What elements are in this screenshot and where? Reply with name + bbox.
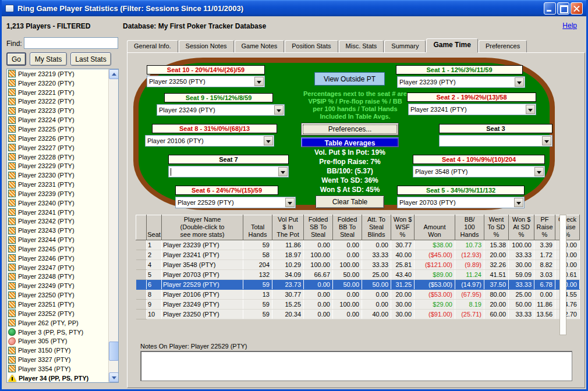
view-outside-pt-button[interactable]: View Outside PT <box>314 72 385 86</box>
player-name-cell[interactable]: Player 23239 (PTY) <box>162 240 243 250</box>
list-item[interactable]: Player 23252 (PTY) <box>7 309 108 318</box>
player-name-cell[interactable]: Player 23241 (PTY) <box>162 250 243 260</box>
my-stats-button[interactable]: My Stats <box>30 52 67 66</box>
player-list-scrollbar[interactable] <box>108 69 118 382</box>
player-name-cell[interactable]: Player 23249 (PTY) <box>162 300 243 310</box>
tab-general-info[interactable]: General Info. <box>127 40 178 52</box>
table-row[interactable]: 1Player 23239 (PTY)5911.860.000.000.0030… <box>136 240 580 250</box>
list-item[interactable]: Player 23226 (PTY) <box>7 134 108 143</box>
list-item[interactable]: Player 23231 (PTY) <box>7 180 108 189</box>
table-row[interactable]: 8Player 20106 (PTY)1330.770.000.000.0020… <box>136 290 580 300</box>
list-item[interactable]: Player 23244 (PTY) <box>7 235 108 244</box>
table-row[interactable]: 9Player 23249 (PTY)5915.250.00100.000.00… <box>136 300 580 310</box>
column-header-went-to-sd[interactable]: WentTo SD% <box>484 215 509 240</box>
close-button[interactable] <box>571 2 583 15</box>
title-bar[interactable]: Ring Game Player Statistics (Filter: Ses… <box>2 0 586 16</box>
dropdown-arrow-icon[interactable] <box>278 167 288 176</box>
player-name-cell[interactable]: Player 3548 (PTY) <box>162 260 243 270</box>
list-item[interactable]: Player 3327 (PTY) <box>7 355 108 364</box>
find-input[interactable] <box>24 37 118 49</box>
column-header-check-raise[interactable]: CheckRaise% <box>555 215 580 240</box>
list-item[interactable]: Player 23247 (PTY) <box>7 263 108 272</box>
list-item[interactable]: Player 3 (PP, PS, PTY) <box>7 328 108 337</box>
list-item[interactable]: Player 23224 (PTY) <box>7 115 108 125</box>
list-item[interactable]: Player 23248 (PTY) <box>7 272 108 282</box>
list-item[interactable]: Player 305 (PTY) <box>7 336 108 346</box>
column-header-att-to-steal-blinds[interactable]: Att. ToStealBlinds <box>362 215 391 240</box>
tab-session-notes[interactable]: Session Notes <box>179 40 234 52</box>
list-item[interactable]: Player 23229 (PTY) <box>7 161 108 170</box>
player-name-cell[interactable]: Player 20703 (PTY) <box>162 270 243 280</box>
seat-combo-s7[interactable] <box>168 166 289 177</box>
list-item[interactable]: Player 23227 (PTY) <box>7 143 108 152</box>
clear-table-button[interactable]: Clear Table <box>316 196 384 208</box>
notes-textarea[interactable] <box>140 351 572 381</box>
list-item[interactable]: Player 3354 (PTY) <box>7 364 108 374</box>
column-header-seat[interactable]: Seat <box>147 215 162 240</box>
list-item[interactable]: Player 3150 (PTY) <box>7 346 108 355</box>
seat-combo-s8[interactable]: Player 20106 (PTY) <box>145 135 274 147</box>
column-header-player-name-double-click-to-see-more-stats[interactable]: Player Name(Double-click tosee more stat… <box>162 215 243 240</box>
column-header-bb-100-hands[interactable]: BB/100Hands <box>455 215 484 240</box>
table-row[interactable]: 2Player 23241 (PTY)5818.97100.000.0033.3… <box>136 250 580 260</box>
list-item[interactable]: Player 23249 (PTY) <box>7 281 108 290</box>
list-item[interactable]: Player 23225 (PTY) <box>7 125 108 134</box>
tab-summary[interactable]: Summary <box>384 40 426 52</box>
list-item[interactable]: Player 23222 (PTY) <box>7 97 108 106</box>
list-item[interactable]: Player 23242 (PTY) <box>7 217 108 226</box>
scroll-down-icon[interactable] <box>109 372 119 382</box>
seat-combo-s6[interactable]: Player 22529 (PTY) <box>175 197 296 208</box>
list-item[interactable]: Player 23220 (PTY) <box>7 79 108 88</box>
maximize-button[interactable] <box>557 2 569 15</box>
dropdown-arrow-icon[interactable] <box>515 77 524 87</box>
help-link[interactable]: Help <box>562 22 577 30</box>
last-stats-button[interactable]: Last Stats <box>70 52 111 66</box>
list-item[interactable]: Player 23243 (PTY) <box>7 226 108 235</box>
seat-combo-s9[interactable]: Player 23249 (PTY) <box>157 104 285 116</box>
go-button[interactable]: Go <box>6 52 26 66</box>
tab-misc-stats[interactable]: Misc. Stats <box>339 40 384 52</box>
list-item[interactable]: Player 23241 (PTY) <box>7 208 108 217</box>
column-header-total-hands[interactable]: TotalHands <box>243 215 272 240</box>
column-header-won-at-sd[interactable]: Won $At SD% <box>509 215 534 240</box>
list-item[interactable]: Player 23219 (PTY) <box>7 69 108 79</box>
list-item[interactable]: Player 23230 (PTY) <box>7 170 108 180</box>
column-header-folded-bb-to-steal[interactable]: FoldedBB ToSteal <box>333 215 362 240</box>
column-header-vol-put-in-the-pot[interactable]: Vol Put$ InThe Pot <box>272 215 304 240</box>
tab-preferences[interactable]: Preferences <box>479 40 527 52</box>
column-header-amount-won[interactable]: AmountWon <box>415 215 455 240</box>
dropdown-arrow-icon[interactable] <box>542 136 551 145</box>
table-scrollbar-track[interactable] <box>559 215 566 335</box>
scroll-up-icon[interactable] <box>109 69 119 79</box>
tab-game-time[interactable]: Game Time <box>426 38 477 52</box>
list-item[interactable]: Player 23239 (PTY) <box>7 189 108 198</box>
minimize-button[interactable] <box>544 2 556 15</box>
seat-combo-s10[interactable]: Player 23250 (PTY) <box>147 76 265 87</box>
seat-combo-s5[interactable]: Player 20703 (PTY) <box>397 197 525 208</box>
player-name-cell[interactable]: Player 23250 (PTY) <box>162 310 243 319</box>
dropdown-arrow-icon[interactable] <box>274 105 284 115</box>
list-item[interactable]: Player 23223 (PTY) <box>7 106 108 115</box>
list-item[interactable]: Player 23228 (PTY) <box>7 152 108 162</box>
list-item[interactable]: Player 34 (PP, PS, PTY) <box>7 374 108 383</box>
preferences-button[interactable]: Preferences... <box>301 123 399 136</box>
table-row[interactable]: 6Player 22529 (PTY)5923.730.0050.0050.00… <box>136 280 580 290</box>
list-item[interactable]: Player 23250 (PTY) <box>7 290 108 300</box>
seat-combo-s4[interactable]: Player 3548 (PTY) <box>413 166 545 177</box>
list-item[interactable]: Player 23246 (PTY) <box>7 254 108 263</box>
dropdown-arrow-icon[interactable] <box>514 198 523 207</box>
dropdown-arrow-icon[interactable] <box>285 198 295 207</box>
dropdown-arrow-icon[interactable] <box>264 136 273 145</box>
player-name-cell[interactable]: Player 22529 (PTY) <box>162 280 243 290</box>
tab-game-notes[interactable]: Game Notes <box>235 40 285 52</box>
table-row[interactable]: 5Player 20703 (PTY)13234.0966.6750.0025.… <box>136 270 580 280</box>
list-item[interactable]: Player 23240 (PTY) <box>7 198 108 208</box>
list-item[interactable]: Player 23251 (PTY) <box>7 300 108 309</box>
player-name-cell[interactable]: Player 20106 (PTY) <box>162 290 243 300</box>
list-item[interactable]: Player 23221 (PTY) <box>7 88 108 97</box>
scrollbar-thumb[interactable] <box>109 342 119 361</box>
seat-combo-s3[interactable] <box>439 135 552 147</box>
list-item[interactable]: Player 23245 (PTY) <box>7 244 108 254</box>
dropdown-arrow-icon[interactable] <box>526 105 535 114</box>
dropdown-arrow-icon[interactable] <box>534 167 544 176</box>
